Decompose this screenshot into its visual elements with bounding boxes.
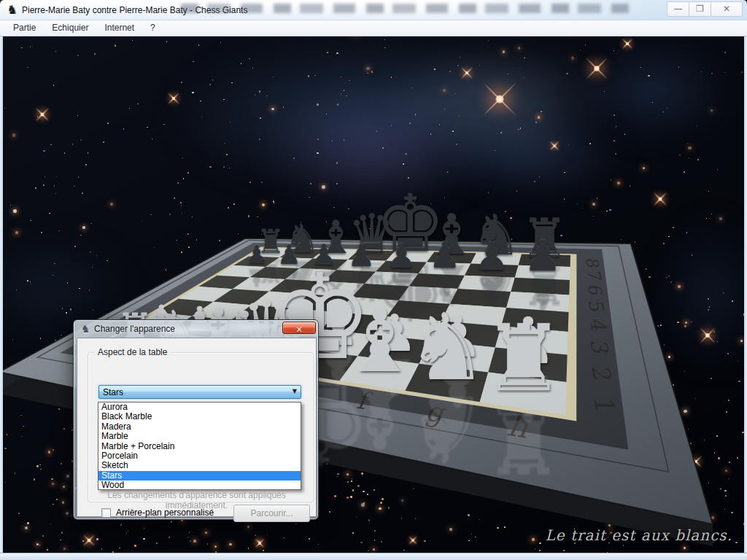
close-icon: ✕ (723, 4, 730, 14)
table-aspect-group: Aspect de la table Stars ▼ AuroraBlack M… (88, 352, 314, 502)
table-aspect-combobox[interactable]: Stars ▼ (98, 385, 301, 399)
option-marble[interactable]: Marble (98, 432, 301, 441)
menu-bar: Partie Echiquier Internet ? (0, 20, 747, 36)
app-knight-icon: ♞ (7, 3, 18, 17)
window-border-right (744, 20, 747, 553)
option-porcelain[interactable]: Porcelain (98, 451, 301, 461)
appearance-dialog: ♞ Changer l'apparence ✕ Aspect de la tab… (73, 319, 319, 520)
minimize-button[interactable]: — (667, 1, 689, 17)
dialog-close-icon: ✕ (295, 325, 302, 335)
menu-internet[interactable]: Internet (96, 20, 142, 36)
dialog-knight-icon: ♞ (81, 323, 90, 335)
option-madera[interactable]: Madera (98, 422, 301, 432)
window-controls: — ❐ ✕ (667, 1, 743, 17)
dialog-title: Changer l'apparence (94, 324, 175, 334)
option-stars[interactable]: Stars (98, 471, 301, 481)
title-ghost-artifact (181, 4, 629, 13)
option-black-marble[interactable]: Black Marble (98, 412, 301, 421)
menu-echiquier[interactable]: Echiquier (44, 20, 96, 36)
window-border-bottom (0, 553, 747, 560)
close-button[interactable]: ✕ (711, 1, 743, 17)
table-aspect-listbox: AuroraBlack MarbleMaderaMarbleMarble + P… (98, 402, 301, 490)
dialog-status-text: Les changements d'apparence sont appliqu… (77, 490, 316, 510)
restore-button[interactable]: ❐ (689, 1, 711, 17)
turn-status-text: Le trait est aux blancs. (545, 526, 732, 544)
window-border-left (0, 20, 3, 553)
combobox-value: Stars (103, 387, 123, 397)
option-aurora[interactable]: Aurora (98, 402, 301, 412)
option-sketch[interactable]: Sketch (98, 461, 301, 470)
menu-partie[interactable]: Partie (0, 20, 44, 36)
menu-help[interactable]: ? (142, 20, 163, 36)
window-titlebar[interactable]: ♞ Pierre-Marie Baty contre Pierre-Marie … (0, 0, 747, 20)
minimize-icon: — (674, 4, 683, 14)
dialog-client-area: Aspect de la table Stars ▼ AuroraBlack M… (77, 338, 317, 517)
app-window: ♞ Pierre-Marie Baty contre Pierre-Marie … (0, 0, 747, 560)
dialog-close-button[interactable]: ✕ (282, 322, 316, 334)
restore-icon: ❐ (696, 4, 704, 14)
chevron-down-icon: ▼ (293, 388, 297, 394)
option-wood[interactable]: Wood (98, 481, 301, 490)
option-marble-porcelain[interactable]: Marble + Porcelain (98, 442, 301, 451)
dialog-titlebar[interactable]: ♞ Changer l'apparence ✕ (74, 320, 318, 338)
group-label: Aspect de la table (95, 347, 170, 357)
